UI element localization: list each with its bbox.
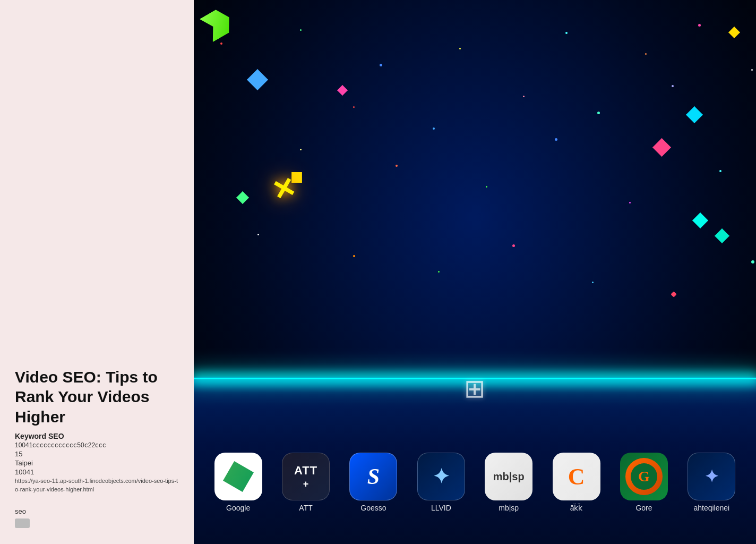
sparkle bbox=[592, 282, 594, 283]
gore-inner: G bbox=[631, 463, 657, 490]
ahteq-star: ✦ bbox=[705, 466, 719, 487]
meta-postal: 10041 bbox=[15, 468, 179, 476]
llvid-star: ✦ bbox=[433, 465, 450, 488]
app-icon-goesso[interactable]: S Goesso bbox=[340, 453, 407, 512]
sparkle bbox=[698, 24, 701, 27]
att-logo: ATT + bbox=[294, 464, 317, 490]
akk-c: C bbox=[568, 463, 585, 490]
goesso-s: S bbox=[367, 464, 380, 489]
att-label: ATT bbox=[299, 504, 312, 512]
sparkle bbox=[353, 255, 355, 257]
sparkle bbox=[257, 234, 259, 235]
mbsp-text: mb|sp bbox=[493, 471, 525, 483]
sparkle bbox=[512, 244, 515, 247]
sparkle bbox=[380, 64, 382, 66]
keyword-label: Keyword SEO bbox=[15, 432, 179, 440]
app-icon-att[interactable]: ATT + ATT bbox=[272, 453, 339, 512]
sparkle bbox=[486, 186, 487, 188]
google-icon-img bbox=[214, 453, 262, 500]
sparkle bbox=[629, 202, 631, 203]
app-icon-ahteq[interactable]: ✦ ahteqilenei bbox=[678, 453, 745, 512]
sparkle bbox=[565, 32, 568, 34]
ahteq-icon-img: ✦ bbox=[688, 453, 735, 500]
mbsp-label: mb|sp bbox=[499, 504, 519, 512]
att-plus: + bbox=[303, 479, 309, 490]
goesso-label: Goesso bbox=[360, 504, 386, 512]
grid-symbol: ⊞ bbox=[464, 373, 486, 403]
meta-number: 15 bbox=[15, 450, 179, 458]
google-label: Google bbox=[226, 504, 250, 512]
app-icon-gore[interactable]: G Gore bbox=[610, 453, 677, 512]
tag-seo: seo bbox=[15, 507, 179, 515]
sparkle bbox=[220, 42, 222, 45]
sparkle bbox=[353, 106, 355, 108]
article-meta: Keyword SEO 10041ᴄᴄᴄᴄᴄᴄᴄᴄᴄᴄᴄᴄ50ᴄ22ᴄᴄᴄ 15… bbox=[15, 432, 179, 494]
sparkle bbox=[719, 170, 721, 172]
sparkle bbox=[523, 96, 525, 97]
mbsp-icon-img: mb|sp bbox=[485, 453, 532, 500]
sparkle bbox=[438, 271, 440, 273]
llvid-icon-img: ✦ bbox=[417, 453, 465, 500]
sparkle bbox=[672, 85, 674, 87]
att-text: ATT bbox=[294, 464, 317, 478]
meta-url[interactable]: https://ya-seo-11.ap-south-1.linodeobjec… bbox=[15, 477, 179, 494]
sparkle bbox=[433, 128, 435, 130]
gore-icon-img: G bbox=[620, 453, 668, 500]
app-icon-akk[interactable]: C āk̈k̈ bbox=[543, 453, 610, 512]
ahteq-label: ahteqilenei bbox=[693, 504, 729, 512]
meta-city: Taipei bbox=[15, 459, 179, 467]
goesso-icon-img: S bbox=[349, 453, 397, 500]
sparkle bbox=[300, 29, 302, 31]
tags-area: seo bbox=[15, 507, 179, 528]
meta-code: 10041ᴄᴄᴄᴄᴄᴄᴄᴄᴄᴄᴄᴄ50ᴄ22ᴄᴄᴄ bbox=[15, 441, 179, 449]
left-panel: Video SEO: Tips to Rank Your Videos High… bbox=[0, 0, 194, 544]
gore-label: Gore bbox=[635, 504, 652, 512]
app-icon-llvid[interactable]: ✦ LLVID bbox=[407, 453, 475, 512]
akk-icon-img: C bbox=[553, 453, 600, 500]
sparkle bbox=[597, 112, 600, 114]
sparkle bbox=[459, 48, 461, 49]
app-icons-row: Google ATT + ATT S Goesso ✦ LLVID bbox=[194, 453, 756, 512]
sparkle bbox=[300, 149, 302, 150]
sparkle bbox=[396, 165, 398, 167]
akk-label: āk̈k̈ bbox=[570, 504, 583, 512]
tag-icon bbox=[15, 518, 30, 528]
article-title: Video SEO: Tips to Rank Your Videos High… bbox=[15, 367, 179, 427]
app-icon-google[interactable]: Google bbox=[204, 453, 272, 512]
sparkle bbox=[751, 69, 753, 71]
sparkle bbox=[555, 138, 557, 141]
sparkle bbox=[751, 260, 754, 264]
sparkle bbox=[645, 53, 647, 55]
app-icon-mbsp[interactable]: mb|sp mb|sp bbox=[475, 453, 543, 512]
llvid-label: LLVID bbox=[431, 504, 451, 512]
att-icon-img: ATT + bbox=[282, 453, 330, 500]
gore-g: G bbox=[638, 468, 650, 485]
right-panel: ✕ ⊞ Google ATT + ATT S bbox=[194, 0, 756, 544]
google-leaf bbox=[219, 457, 257, 496]
gore-logo: G bbox=[625, 458, 663, 495]
